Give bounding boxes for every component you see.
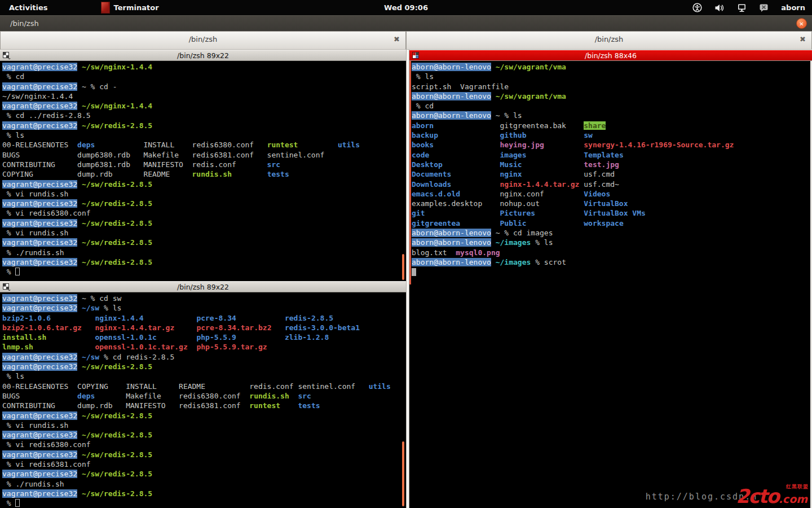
terminal-line: CONTRIBUTING dump6381.rdb MANIFESTO redi… bbox=[2, 160, 406, 169]
text-segment bbox=[527, 219, 584, 227]
terminal-line: % vi rundis.sh bbox=[2, 228, 406, 238]
terminal-line: % vi redis6381.conf bbox=[2, 459, 406, 469]
text-segment: ~/sw/redis-2.8.5 bbox=[82, 489, 152, 498]
pane-bottom-left-header[interactable]: /bin/zsh 89x22 bbox=[0, 281, 406, 292]
volume-icon[interactable] bbox=[714, 3, 725, 12]
watermark: http://blog.csdn.n 红黑联盟 2cto.com bbox=[646, 487, 810, 506]
clock[interactable]: Wed 09:06 bbox=[0, 3, 812, 12]
terminal-line: aborn@aborn-lenovo ~/images % ls bbox=[412, 238, 812, 247]
text-segment bbox=[77, 431, 82, 439]
text-segment: ~/sw/redis-2.8.5 bbox=[82, 219, 152, 227]
text-segment: vagrant@precise32 bbox=[2, 258, 77, 266]
text-segment: books bbox=[412, 141, 434, 149]
text-segment: % vi redis6381.conf bbox=[2, 460, 91, 468]
watermark-logo-main: 2cto bbox=[736, 485, 778, 507]
terminal-line: aborn gitgreentea.bak share bbox=[412, 121, 812, 130]
text-segment: ~/sw/redis-2.8.5 bbox=[82, 238, 152, 247]
scrollbar-thumb[interactable] bbox=[402, 254, 404, 280]
user-menu[interactable]: aborn bbox=[781, 3, 805, 12]
terminal-bottom-left[interactable]: vagrant@precise32 ~ % cd swvagrant@preci… bbox=[0, 292, 406, 508]
tab-left-close-icon[interactable]: ✖ bbox=[394, 35, 400, 43]
terminal-line: vagrant@precise32 ~/sw/redis-2.8.5 bbox=[2, 199, 406, 208]
scrollbar-thumb[interactable] bbox=[402, 441, 404, 506]
text-segment: pcre-8.34.tar.bz2 bbox=[196, 323, 271, 332]
text-segment bbox=[451, 170, 500, 178]
text-segment: ~ % cd - bbox=[77, 82, 117, 91]
terminal-line: emacs.d.old nginx.conf Videos bbox=[412, 189, 812, 199]
terminal-line: aborn@aborn-lenovo ~/sw/vagrant/vma bbox=[412, 91, 812, 101]
chat-icon[interactable] bbox=[759, 3, 769, 12]
tab-right-close-icon[interactable]: ✖ bbox=[800, 35, 806, 43]
terminal-line: git Pictures VirtualBox VMs bbox=[412, 208, 812, 218]
text-segment: src bbox=[298, 392, 311, 400]
terminal-line: BUGS deps Makefile redis6380.conf rundis… bbox=[2, 391, 406, 401]
terminal-line: examples.desktop nohup.out VirtualBox bbox=[412, 199, 812, 208]
text-segment: gitgreentea bbox=[412, 219, 460, 227]
text-segment: % cd redis-2.8.5 bbox=[99, 353, 174, 361]
text-segment: script.sh Vagrantfile bbox=[412, 82, 509, 91]
text-segment bbox=[236, 333, 285, 341]
text-segment: Downloads bbox=[412, 180, 451, 189]
window-titlebar[interactable]: /bin/zsh ✕ bbox=[0, 15, 812, 31]
text-segment: ~/sw/redis-2.8.5 bbox=[82, 470, 152, 478]
text-segment: ~/sw/vagrant/vma bbox=[496, 63, 566, 71]
terminal-line: % ls bbox=[2, 130, 406, 140]
tab-left[interactable]: /bin/zsh ✖ bbox=[0, 31, 406, 50]
text-segment: git bbox=[412, 209, 425, 217]
text-segment: ~ % cd sw bbox=[77, 294, 121, 303]
terminal-line: Desktop Music test.jpg bbox=[412, 160, 812, 169]
tab-right-label: /bin/zsh bbox=[407, 35, 811, 43]
terminal-line: vagrant@precise32 ~ % cd sw bbox=[2, 294, 406, 303]
pane-top-left-header[interactable]: /bin/zsh 89x22 bbox=[0, 50, 406, 61]
text-segment: % vi rundis.sh bbox=[2, 229, 68, 237]
text-segment: 00-RELEASENOTES COPYING INSTALL README r… bbox=[2, 382, 369, 391]
text-segment: CONTRIBUTING dump.rdb MANIFESTO redis638… bbox=[2, 401, 249, 410]
terminal-line: books heying.jpg synergy-1.4.16-r1969-So… bbox=[412, 140, 812, 150]
text-segment: vagrant@precise32 bbox=[2, 219, 77, 227]
text-segment bbox=[522, 160, 584, 169]
text-segment: ~/sw/redis-2.8.5 bbox=[82, 121, 152, 130]
text-segment: ~/sw/redis-2.8.5 bbox=[82, 411, 152, 420]
text-segment: aborn@aborn-lenovo bbox=[412, 229, 491, 237]
display-icon[interactable] bbox=[737, 3, 747, 12]
text-segment: vagrant@precise32 bbox=[2, 180, 77, 189]
window-close-button[interactable]: ✕ bbox=[796, 18, 807, 29]
text-segment bbox=[280, 401, 298, 410]
terminal-line: % ls bbox=[2, 371, 406, 381]
text-segment: % ls bbox=[2, 131, 24, 139]
text-segment: aborn@aborn-lenovo bbox=[412, 63, 491, 71]
text-segment: vagrant@precise32 bbox=[2, 362, 77, 371]
terminal-top-left[interactable]: vagrant@precise32 ~/sw/nginx-1.4.4 % cdv… bbox=[0, 61, 406, 281]
text-segment: % bbox=[2, 499, 15, 507]
watermark-logo: 红黑联盟 2cto.com bbox=[736, 487, 810, 506]
terminal-right[interactable]: aborn@aborn-lenovo ~/sw/vagrant/vma % ls… bbox=[409, 61, 812, 508]
text-segment: % cd bbox=[412, 102, 434, 110]
pane-right-header[interactable]: /bin/zsh 88x46 bbox=[409, 50, 812, 61]
text-segment: Public bbox=[500, 219, 527, 227]
accessibility-icon[interactable] bbox=[692, 3, 702, 12]
text-segment: vagrant@precise32 bbox=[2, 238, 77, 247]
text-segment: workspace bbox=[584, 219, 623, 227]
terminal-line: vagrant@precise32 ~/sw/redis-2.8.5 bbox=[2, 450, 406, 459]
text-segment: % bbox=[2, 268, 15, 276]
text-segment bbox=[460, 219, 500, 227]
text-segment: ~ % ls bbox=[491, 111, 522, 120]
text-segment: VirtualBox VMs bbox=[584, 209, 646, 217]
text-segment bbox=[429, 151, 500, 159]
text-segment bbox=[77, 353, 82, 361]
terminal-line: % ./rundis.sh bbox=[2, 479, 406, 489]
terminal-line: vagrant@precise32 ~/sw % ls bbox=[2, 303, 406, 313]
text-segment bbox=[77, 199, 82, 208]
terminal-line: vagrant@precise32 ~/sw/nginx-1.4.4 bbox=[2, 101, 406, 111]
text-segment: % vi redis6380.conf bbox=[2, 209, 91, 217]
text-segment: vagrant@precise32 bbox=[2, 63, 77, 71]
tab-right[interactable]: /bin/zsh ✖ bbox=[406, 31, 812, 50]
scrollbar-thumb[interactable] bbox=[409, 61, 411, 284]
text-segment: INSTALL redis6380.conf bbox=[95, 141, 267, 149]
terminal-cursor bbox=[15, 268, 20, 275]
text-segment: % cd ../redis-2.8.5 bbox=[2, 111, 91, 120]
text-segment: Desktop bbox=[412, 160, 443, 169]
terminal-line: bzip2-1.0.6.tar.gz nginx-1.4.4.tar.gz pc… bbox=[2, 323, 406, 332]
watermark-logo-suffix: .com bbox=[779, 493, 807, 505]
text-segment: ~/sw/redis-2.8.5 bbox=[82, 180, 152, 189]
